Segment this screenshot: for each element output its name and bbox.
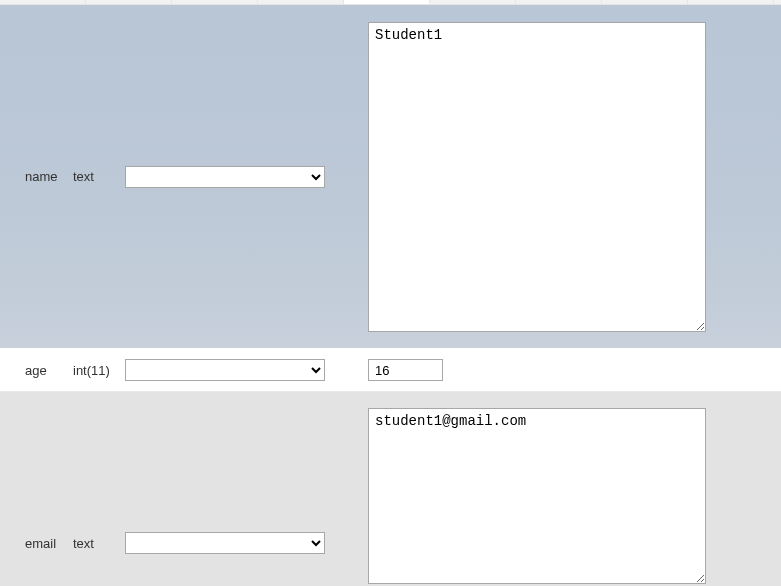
- field-right: [362, 398, 781, 580]
- field-value-email[interactable]: [368, 408, 706, 584]
- field-type-age: int(11): [73, 363, 125, 378]
- tab[interactable]: [86, 0, 172, 4]
- field-left: email text: [0, 398, 362, 580]
- field-func-wrap: [125, 166, 335, 188]
- field-function-select-age[interactable]: [125, 359, 325, 381]
- tab[interactable]: [258, 0, 344, 4]
- field-func-wrap: [125, 532, 335, 554]
- field-left: age int(11): [0, 355, 362, 385]
- field-row-email: email text: [0, 392, 781, 586]
- field-right: G: [362, 11, 781, 342]
- field-type-name: text: [73, 169, 125, 184]
- field-type-email: text: [73, 536, 125, 551]
- tab[interactable]: [0, 0, 86, 4]
- field-row-age: age int(11): [0, 348, 781, 392]
- field-left: name text: [0, 11, 362, 342]
- field-right: [362, 355, 781, 385]
- tab[interactable]: [430, 0, 516, 4]
- field-function-select-email[interactable]: [125, 532, 325, 554]
- field-func-wrap: [125, 359, 335, 381]
- tab[interactable]: [172, 0, 258, 4]
- field-value-name[interactable]: [368, 22, 706, 332]
- tab[interactable]: [602, 0, 688, 4]
- field-value-age[interactable]: [368, 359, 443, 381]
- tab-active[interactable]: [344, 0, 430, 4]
- tab[interactable]: [688, 0, 774, 4]
- tab[interactable]: [516, 0, 602, 4]
- field-label-email: email: [25, 536, 73, 551]
- field-label-age: age: [25, 363, 73, 378]
- field-row-name: name text G: [0, 5, 781, 348]
- field-function-select-name[interactable]: [125, 166, 325, 188]
- field-label-name: name: [25, 169, 73, 184]
